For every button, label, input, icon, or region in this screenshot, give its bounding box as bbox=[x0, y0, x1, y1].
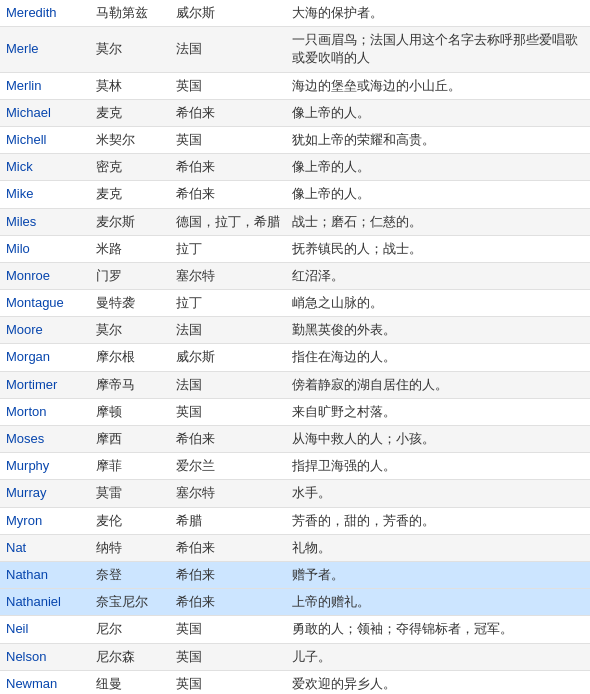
origin-cell: 德国，拉丁，希腊 bbox=[170, 208, 286, 235]
meaning-cell: 像上帝的人。 bbox=[286, 181, 590, 208]
chinese-cell: 莫林 bbox=[90, 72, 170, 99]
name-cell[interactable]: Merle bbox=[0, 27, 90, 72]
name-cell[interactable]: Mortimer bbox=[0, 371, 90, 398]
origin-cell: 拉丁 bbox=[170, 290, 286, 317]
table-row: Monroe 门罗 塞尔特 红沼泽。 bbox=[0, 262, 590, 289]
name-cell[interactable]: Nelson bbox=[0, 643, 90, 670]
chinese-cell: 摩菲 bbox=[90, 453, 170, 480]
table-row: Miles 麦尔斯 德国，拉丁，希腊 战士；磨石；仁慈的。 bbox=[0, 208, 590, 235]
name-cell[interactable]: Montague bbox=[0, 290, 90, 317]
name-cell[interactable]: Moses bbox=[0, 426, 90, 453]
chinese-cell: 尼尔 bbox=[90, 616, 170, 643]
table-row: Merle 莫尔 法国 一只画眉鸟；法国人用这个名字去称呼那些爱唱歌或爱吹哨的人 bbox=[0, 27, 590, 72]
meaning-cell: 像上帝的人。 bbox=[286, 154, 590, 181]
name-cell[interactable]: Mick bbox=[0, 154, 90, 181]
table-row: Murray 莫雷 塞尔特 水手。 bbox=[0, 480, 590, 507]
table-row: Michael 麦克 希伯来 像上帝的人。 bbox=[0, 99, 590, 126]
name-cell[interactable]: Newman bbox=[0, 670, 90, 694]
table-row: Moses 摩西 希伯来 从海中救人的人；小孩。 bbox=[0, 426, 590, 453]
meaning-cell: 来自旷野之村落。 bbox=[286, 398, 590, 425]
chinese-cell: 奈宝尼尔 bbox=[90, 589, 170, 616]
table-row: Murphy 摩菲 爱尔兰 指捍卫海强的人。 bbox=[0, 453, 590, 480]
meaning-cell: 大海的保护者。 bbox=[286, 0, 590, 27]
meaning-cell: 勤黑英俊的外表。 bbox=[286, 317, 590, 344]
table-row: Moore 莫尔 法国 勤黑英俊的外表。 bbox=[0, 317, 590, 344]
meaning-cell: 傍着静寂的湖自居住的人。 bbox=[286, 371, 590, 398]
meaning-cell: 礼物。 bbox=[286, 534, 590, 561]
meaning-cell: 赠予者。 bbox=[286, 561, 590, 588]
name-cell[interactable]: Moore bbox=[0, 317, 90, 344]
origin-cell: 法国 bbox=[170, 371, 286, 398]
name-cell[interactable]: Monroe bbox=[0, 262, 90, 289]
meaning-cell: 水手。 bbox=[286, 480, 590, 507]
name-cell[interactable]: Neil bbox=[0, 616, 90, 643]
name-cell[interactable]: Nathan bbox=[0, 561, 90, 588]
table-row: Merlin 莫林 英国 海边的堡垒或海边的小山丘。 bbox=[0, 72, 590, 99]
name-cell[interactable]: Miles bbox=[0, 208, 90, 235]
origin-cell: 威尔斯 bbox=[170, 344, 286, 371]
name-cell[interactable]: Meredith bbox=[0, 0, 90, 27]
chinese-cell: 米契尔 bbox=[90, 126, 170, 153]
name-cell[interactable]: Mike bbox=[0, 181, 90, 208]
name-cell[interactable]: Michell bbox=[0, 126, 90, 153]
meaning-cell: 爱欢迎的异乡人。 bbox=[286, 670, 590, 694]
name-cell[interactable]: Myron bbox=[0, 507, 90, 534]
meaning-cell: 一只画眉鸟；法国人用这个名字去称呼那些爱唱歌或爱吹哨的人 bbox=[286, 27, 590, 72]
chinese-cell: 麦克 bbox=[90, 99, 170, 126]
name-cell[interactable]: Michael bbox=[0, 99, 90, 126]
table-row: Nathaniel 奈宝尼尔 希伯来 上帝的赠礼。 bbox=[0, 589, 590, 616]
meaning-cell: 峭急之山脉的。 bbox=[286, 290, 590, 317]
meaning-cell: 儿子。 bbox=[286, 643, 590, 670]
name-cell[interactable]: Murphy bbox=[0, 453, 90, 480]
origin-cell: 拉丁 bbox=[170, 235, 286, 262]
chinese-cell: 马勒第兹 bbox=[90, 0, 170, 27]
names-table: Meredith 马勒第兹 威尔斯 大海的保护者。 Merle 莫尔 法国 一只… bbox=[0, 0, 590, 694]
name-cell[interactable]: Nathaniel bbox=[0, 589, 90, 616]
origin-cell: 英国 bbox=[170, 616, 286, 643]
name-cell[interactable]: Morton bbox=[0, 398, 90, 425]
table-row: Mortimer 摩帝马 法国 傍着静寂的湖自居住的人。 bbox=[0, 371, 590, 398]
origin-cell: 威尔斯 bbox=[170, 0, 286, 27]
chinese-cell: 纳特 bbox=[90, 534, 170, 561]
meaning-cell: 勇敢的人；领袖；夺得锦标者，冠军。 bbox=[286, 616, 590, 643]
origin-cell: 希伯来 bbox=[170, 181, 286, 208]
chinese-cell: 摩西 bbox=[90, 426, 170, 453]
origin-cell: 希腊 bbox=[170, 507, 286, 534]
chinese-cell: 纽曼 bbox=[90, 670, 170, 694]
chinese-cell: 麦尔斯 bbox=[90, 208, 170, 235]
meaning-cell: 芳香的，甜的，芳香的。 bbox=[286, 507, 590, 534]
name-cell[interactable]: Morgan bbox=[0, 344, 90, 371]
meaning-cell: 犹如上帝的荣耀和高贵。 bbox=[286, 126, 590, 153]
name-cell[interactable]: Milo bbox=[0, 235, 90, 262]
meaning-cell: 红沼泽。 bbox=[286, 262, 590, 289]
chinese-cell: 麦克 bbox=[90, 181, 170, 208]
meaning-cell: 像上帝的人。 bbox=[286, 99, 590, 126]
origin-cell: 英国 bbox=[170, 126, 286, 153]
table-row: Michell 米契尔 英国 犹如上帝的荣耀和高贵。 bbox=[0, 126, 590, 153]
name-cell[interactable]: Merlin bbox=[0, 72, 90, 99]
name-cell[interactable]: Murray bbox=[0, 480, 90, 507]
table-row: Newman 纽曼 英国 爱欢迎的异乡人。 bbox=[0, 670, 590, 694]
chinese-cell: 摩尔根 bbox=[90, 344, 170, 371]
meaning-cell: 战士；磨石；仁慈的。 bbox=[286, 208, 590, 235]
chinese-cell: 麦伦 bbox=[90, 507, 170, 534]
origin-cell: 希伯来 bbox=[170, 534, 286, 561]
meaning-cell: 上帝的赠礼。 bbox=[286, 589, 590, 616]
chinese-cell: 摩顿 bbox=[90, 398, 170, 425]
origin-cell: 希伯来 bbox=[170, 99, 286, 126]
meaning-cell: 海边的堡垒或海边的小山丘。 bbox=[286, 72, 590, 99]
origin-cell: 塞尔特 bbox=[170, 480, 286, 507]
chinese-cell: 莫尔 bbox=[90, 27, 170, 72]
table-row: Milo 米路 拉丁 抚养镇民的人；战士。 bbox=[0, 235, 590, 262]
chinese-cell: 米路 bbox=[90, 235, 170, 262]
origin-cell: 法国 bbox=[170, 317, 286, 344]
origin-cell: 英国 bbox=[170, 398, 286, 425]
table-row: Nelson 尼尔森 英国 儿子。 bbox=[0, 643, 590, 670]
name-cell[interactable]: Nat bbox=[0, 534, 90, 561]
origin-cell: 希伯来 bbox=[170, 589, 286, 616]
table-row: Neil 尼尔 英国 勇敢的人；领袖；夺得锦标者，冠军。 bbox=[0, 616, 590, 643]
origin-cell: 爱尔兰 bbox=[170, 453, 286, 480]
meaning-cell: 抚养镇民的人；战士。 bbox=[286, 235, 590, 262]
table-row: Mike 麦克 希伯来 像上帝的人。 bbox=[0, 181, 590, 208]
chinese-cell: 门罗 bbox=[90, 262, 170, 289]
